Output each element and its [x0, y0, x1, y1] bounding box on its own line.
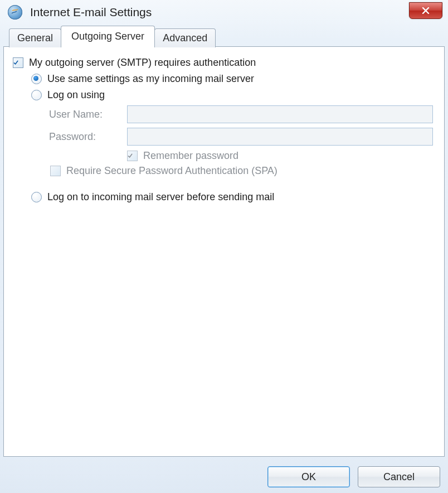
remember-password-label: Remember password	[143, 150, 238, 162]
tab-outgoing-server[interactable]: Outgoing Server	[61, 26, 155, 47]
row-use-same: Use same settings as my incoming mail se…	[31, 73, 435, 85]
titlebar: Internet E-mail Settings	[0, 0, 448, 25]
checkmark-icon	[13, 59, 18, 66]
log-on-incoming-label: Log on to incoming mail server before se…	[47, 191, 274, 203]
row-require-spa: Require Secure Password Authentication (…	[50, 165, 435, 177]
require-spa-label: Require Secure Password Authentication (…	[66, 165, 277, 177]
requires-auth-label: My outgoing server (SMTP) requires authe…	[29, 57, 256, 69]
dialog-button-bar: OK Cancel	[0, 461, 448, 493]
close-icon	[420, 7, 432, 14]
outgoing-server-panel: My outgoing server (SMTP) requires authe…	[3, 46, 445, 457]
globe-icon	[8, 5, 22, 20]
use-same-radio[interactable]	[31, 74, 42, 84]
username-label: User Name:	[49, 109, 127, 120]
row-password: Password:	[49, 128, 435, 146]
password-input[interactable]	[127, 128, 433, 146]
tab-advanced[interactable]: Advanced	[154, 28, 216, 47]
checkmark-icon	[128, 152, 133, 160]
row-username: User Name:	[49, 105, 435, 123]
use-same-label: Use same settings as my incoming mail se…	[47, 73, 254, 85]
row-remember-password: Remember password	[127, 150, 435, 162]
require-spa-checkbox	[50, 166, 61, 176]
row-requires-auth: My outgoing server (SMTP) requires authe…	[13, 57, 435, 69]
close-button[interactable]	[409, 2, 442, 19]
row-log-on-incoming: Log on to incoming mail server before se…	[31, 191, 435, 203]
log-on-incoming-radio[interactable]	[31, 192, 42, 202]
remember-password-checkbox	[127, 151, 138, 161]
ok-button[interactable]: OK	[267, 466, 350, 487]
tab-general[interactable]: General	[9, 28, 61, 47]
email-settings-dialog: Internet E-mail Settings General Outgoin…	[0, 0, 448, 493]
window-title: Internet E-mail Settings	[30, 6, 152, 19]
username-input[interactable]	[127, 105, 433, 123]
tabstrip: General Outgoing Server Advanced	[3, 26, 445, 47]
password-label: Password:	[49, 131, 127, 143]
content-area: General Outgoing Server Advanced My outg…	[3, 26, 445, 457]
row-log-on-using: Log on using	[31, 89, 435, 101]
requires-auth-checkbox[interactable]	[13, 57, 23, 68]
log-on-using-label: Log on using	[47, 89, 105, 101]
log-on-using-radio[interactable]	[31, 90, 42, 100]
cancel-button[interactable]: Cancel	[358, 466, 440, 487]
